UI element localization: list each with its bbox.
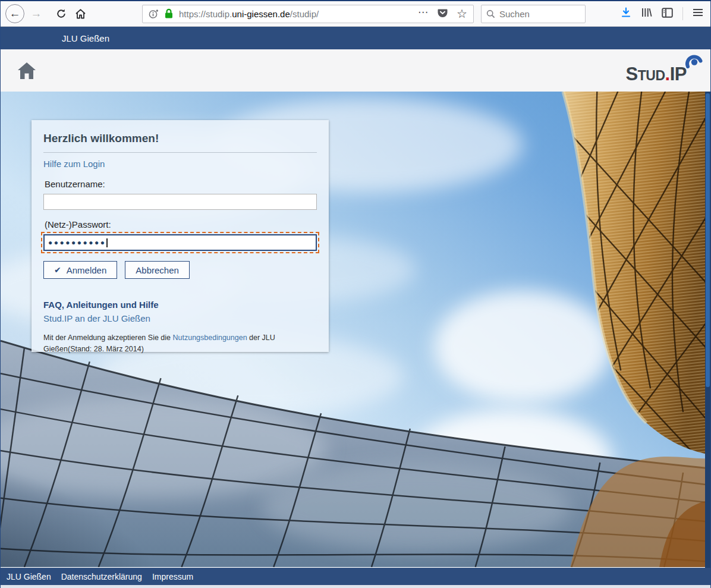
terms-link[interactable]: Nutzungsbedingungen [173,334,247,342]
logo-text: S [626,64,638,84]
url-text: https://studip.uni-giessen.de/studip/ [179,9,413,19]
forward-icon: → [31,7,42,20]
search-input[interactable] [499,9,571,19]
bottom-strip [1,585,710,588]
top-nav-bar: JLU Gießen [1,27,710,49]
password-input[interactable]: ●●●●●●●●●● [43,234,317,251]
footer-imprint-link[interactable]: Impressum [152,572,193,581]
login-help-link[interactable]: Hilfe zum Login [43,159,105,169]
text-cursor [106,238,108,247]
page-actions-icon[interactable]: ⋯ [418,7,429,21]
footer-jlu-link[interactable]: JLU Gießen [7,572,51,581]
scrollbar-thumb[interactable] [706,93,710,387]
lock-icon[interactable] [164,8,174,19]
footer: JLU Gießen Datenschutzerklärung Impressu… [1,568,710,585]
studip-jlu-link[interactable]: Stud.IP an der JLU Gießen [43,313,317,323]
username-label: Benutzername: [45,179,317,189]
panel-divider [43,152,317,153]
studip-home-icon[interactable] [16,61,37,81]
reload-button[interactable] [52,4,71,23]
site-info-icon[interactable] [149,9,159,19]
sidebar-toggle-icon[interactable] [662,8,673,20]
login-button[interactable]: ✔ Anmelden [43,261,117,279]
login-button-label: Anmelden [67,265,107,275]
cancel-button[interactable]: Abbrechen [125,261,190,279]
footer-privacy-link[interactable]: Datenschutzerklärung [61,572,142,581]
button-row: ✔ Anmelden Abbrechen [43,261,317,279]
cancel-button-label: Abbrechen [136,265,179,275]
browser-toolbar: ← → https://studip.uni-giessen.de/studip… [1,1,710,27]
scrollbar[interactable] [705,92,710,568]
menu-icon[interactable] [693,8,703,19]
forward-button[interactable]: → [27,4,46,23]
studip-swirl-icon [684,53,703,72]
search-bar[interactable] [481,5,586,23]
home-button[interactable] [71,4,90,23]
home-icon [75,8,86,20]
browser-window: ← → https://studip.uni-giessen.de/studip… [0,0,711,588]
site-header: STUD.IP [1,49,710,92]
downloads-icon[interactable] [621,7,631,20]
back-button[interactable]: ← [5,4,24,23]
studip-logo: STUD.IP [626,56,700,85]
library-icon[interactable] [641,7,652,20]
welcome-title: Herzlich willkommen! [43,132,317,145]
reload-icon [56,8,67,19]
url-bar[interactable]: https://studip.uni-giessen.de/studip/ ⋯ … [142,5,474,23]
toolbar-separator [682,7,683,20]
password-dots: ●●●●●●●●●● [48,239,106,246]
pocket-icon[interactable] [437,7,448,21]
terms-text: Mit der Anmeldung akzeptieren Sie die Nu… [43,332,316,355]
faq-link[interactable]: FAQ, Anleitungen und Hilfe [43,300,317,310]
check-icon: ✔ [54,265,61,275]
username-input[interactable] [43,194,317,210]
nav-jlu-link[interactable]: JLU Gießen [62,33,109,43]
search-icon [486,10,495,18]
login-panel: Herzlich willkommen! Hilfe zum Login Ben… [32,120,329,352]
bookmark-star-icon[interactable]: ☆ [457,8,467,20]
page-content: Herzlich willkommen! Hilfe zum Login Ben… [1,92,710,568]
password-label: (Netz-)Passwort: [45,219,317,229]
back-icon: ← [10,7,21,20]
